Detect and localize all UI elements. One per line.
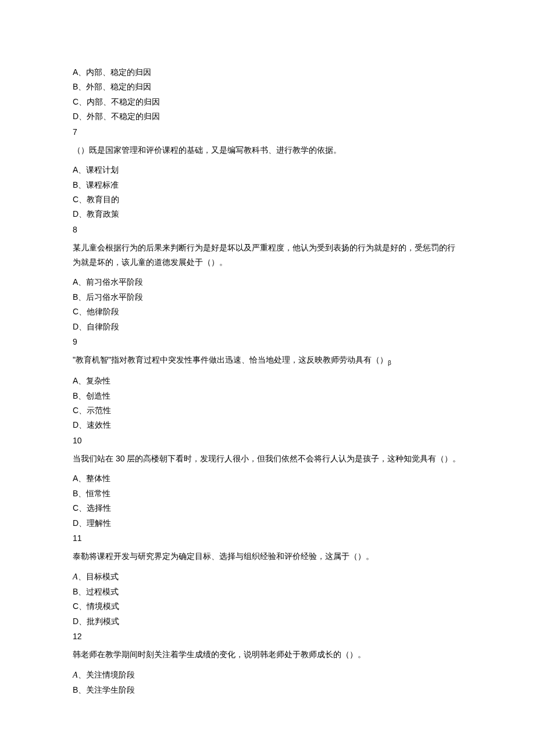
q7-option-d: D、教育政策 — [73, 207, 462, 220]
q8-option-c: C、他律阶段 — [73, 305, 462, 318]
q6-option-b: B、外部、稳定的归因 — [73, 80, 462, 93]
q11-option-a-text: 、目标模式 — [78, 572, 119, 581]
q8-option-b: B、后习俗水平阶段 — [73, 291, 462, 303]
q7-option-c: C、教育目的 — [73, 193, 462, 206]
q9-option-a: A、复杂性 — [73, 374, 462, 387]
q11-option-b: B、过程模式 — [73, 585, 462, 598]
q8-number: 8 — [73, 223, 462, 236]
q6-option-d: D、外部、不稳定的归因 — [73, 110, 462, 123]
q9-stem-sub: β — [388, 360, 391, 366]
q9-number: 9 — [73, 335, 462, 348]
q11-option-c: C、情境模式 — [73, 600, 462, 612]
q7-stem: （）既是国家管理和评价课程的基础，又是编写教科书、进行教学的依据。 — [73, 143, 462, 157]
q12-option-a: A、关注情境阶段 — [73, 668, 462, 682]
q11-option-d: D、批判模式 — [73, 615, 462, 628]
q12-number: 12 — [73, 630, 462, 643]
q10-option-d: D、理解性 — [73, 517, 462, 529]
q9-option-d: D、速效性 — [73, 418, 462, 431]
q11-option-a: A、目标模式 — [73, 570, 462, 583]
q10-number: 10 — [73, 434, 462, 447]
q12-option-a-letter: A — [73, 671, 78, 679]
q7-number: 7 — [73, 126, 462, 138]
q10-option-a: A、整体性 — [73, 472, 462, 485]
q12-option-a-text: 、关注情境阶段 — [78, 670, 135, 679]
q6-option-c: C、内部、不稳定的归因 — [73, 95, 462, 108]
q12-stem: 韩老师在教学期间时刻关注着学生成绩的变化，说明韩老师处于教师成长的（）。 — [73, 647, 462, 662]
q11-option-a-letter: A — [73, 572, 78, 581]
q11-stem: 泰勒将课程开发与研究界定为确定目标、选择与组织经验和评价经验，这属于（）。 — [73, 549, 462, 564]
q9-stem-text: "教育机智"指对教育过程中突发性事件做出迅速、恰当地处理，这反映教师劳动具有（） — [73, 355, 388, 364]
q9-option-b: B、创造性 — [73, 389, 462, 402]
q10-option-b: B、恒常性 — [73, 487, 462, 500]
q9-stem: "教育机智"指对教育过程中突发性事件做出迅速、恰当地处理，这反映教师劳动具有（）… — [73, 353, 462, 368]
q8-stem: 某儿童会根据行为的后果来判断行为是好是坏以及严重程度，他认为受到表扬的行为就是好… — [73, 241, 462, 270]
q7-option-a: A、课程计划 — [73, 163, 462, 176]
q6-option-a: A、内部、稳定的归因 — [73, 66, 462, 78]
q10-option-c: C、选择性 — [73, 501, 462, 514]
q9-option-c: C、示范性 — [73, 404, 462, 417]
q7-option-b: B、课程标准 — [73, 178, 462, 191]
q11-number: 11 — [73, 532, 462, 544]
q10-stem: 当我们站在 30 层的高楼朝下看时，发现行人很小，但我们依然不会将行人认为是孩子… — [73, 452, 462, 466]
q8-option-d: D、自律阶段 — [73, 320, 462, 333]
q12-option-b: B、关注学生阶段 — [73, 683, 462, 696]
q8-option-a: A、前习俗水平阶段 — [73, 275, 462, 288]
